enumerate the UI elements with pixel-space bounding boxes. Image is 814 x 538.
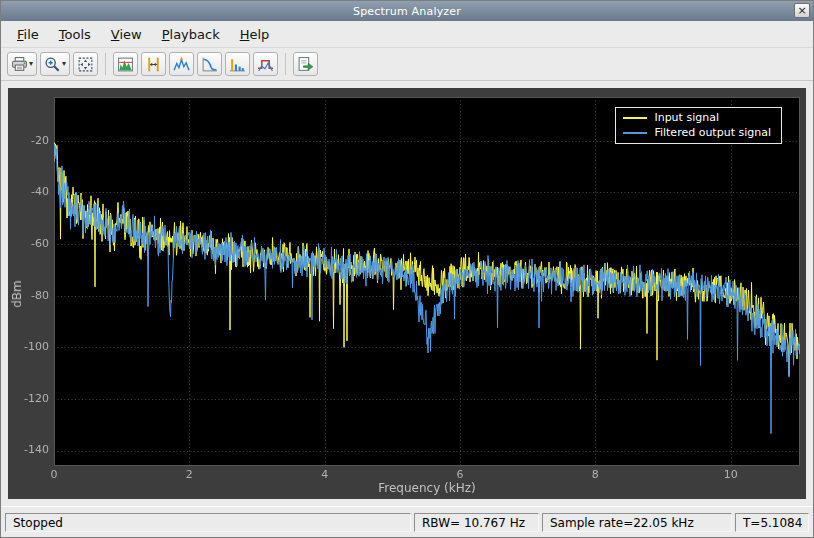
menu-view[interactable]: View — [101, 24, 152, 45]
spectrum-plot-canvas[interactable] — [8, 88, 806, 499]
zoom-in-icon — [44, 56, 61, 73]
legend-label: Filtered output signal — [654, 126, 771, 139]
spectral-mask-icon — [257, 56, 274, 73]
menu-file[interactable]: File — [7, 24, 49, 45]
legend-label: Input signal — [654, 111, 719, 124]
plot-panel: dBm Frequency (kHz) Input signalFiltered… — [8, 88, 806, 499]
status-bar: Stopped RBW= 10.767 Hz Sample rate=22.05… — [1, 506, 813, 537]
x-axis-label: Frequency (kHz) — [54, 481, 800, 495]
toolbar-separator — [285, 53, 286, 75]
dropdown-caret-icon[interactable]: ▾ — [29, 60, 33, 68]
legend-line-sample — [623, 117, 647, 119]
legend-line-sample — [623, 132, 647, 134]
status-time: T=5.1084 — [735, 513, 809, 532]
y-axis-label: dBm — [10, 280, 24, 308]
legend-item: Input signal — [623, 111, 771, 124]
toolbar: ▾▾ — [1, 48, 813, 81]
peak-finder-icon — [173, 56, 190, 73]
title-bar[interactable]: Spectrum Analyzer × — [1, 1, 813, 21]
scale-axes-button[interactable] — [73, 52, 98, 76]
figure-area: dBm Frequency (kHz) Input signalFiltered… — [1, 81, 813, 506]
printer-icon — [11, 56, 28, 73]
peak-finder-button[interactable] — [169, 52, 194, 76]
toolbar-separator — [105, 53, 106, 75]
dropdown-caret-icon[interactable]: ▾ — [62, 60, 66, 68]
step-forward-button[interactable] — [293, 52, 318, 76]
cursor-measurements-icon — [145, 56, 162, 73]
legend[interactable]: Input signalFiltered output signal — [615, 107, 782, 144]
spectrum-settings-icon — [117, 56, 134, 73]
legend-item: Filtered output signal — [623, 126, 771, 139]
menu-help[interactable]: Help — [230, 24, 280, 45]
fit-to-view-icon — [77, 56, 94, 73]
menu-playback[interactable]: Playback — [152, 24, 230, 45]
distortion-icon — [229, 56, 246, 73]
menu-bar: FileToolsViewPlaybackHelp — [1, 21, 813, 48]
status-state: Stopped — [5, 513, 411, 532]
spectrum-settings-button[interactable] — [113, 52, 138, 76]
cursor-measurements-button[interactable] — [141, 52, 166, 76]
ccdf-icon — [201, 56, 218, 73]
step-forward-icon — [297, 56, 314, 73]
status-rbw: RBW= 10.767 Hz — [414, 513, 539, 532]
print-button[interactable]: ▾ — [7, 52, 37, 76]
distortion-measurements-button[interactable] — [225, 52, 250, 76]
ccdf-measurements-button[interactable] — [197, 52, 222, 76]
menu-tools[interactable]: Tools — [49, 24, 101, 45]
spectrum-analyzer-window: Spectrum Analyzer × FileToolsViewPlaybac… — [0, 0, 814, 538]
status-sample-rate: Sample rate=22.05 kHz — [542, 513, 732, 532]
spectral-mask-button[interactable] — [253, 52, 278, 76]
zoom-button[interactable]: ▾ — [40, 52, 70, 76]
window-title: Spectrum Analyzer — [1, 5, 813, 18]
close-button[interactable]: × — [794, 3, 810, 18]
